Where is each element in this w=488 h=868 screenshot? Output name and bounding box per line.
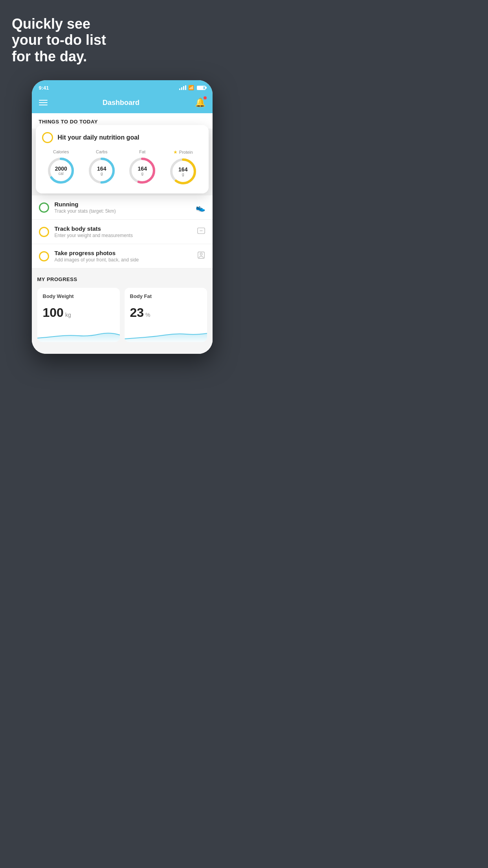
progress-section: MY PROGRESS Body Weight 100 kg [32, 268, 213, 342]
running-title: Running [55, 201, 190, 208]
running-subtitle: Track your stats (target: 5km) [55, 208, 190, 214]
fat-value: 164 g [138, 166, 147, 176]
status-time: 9:41 [39, 85, 49, 91]
things-header-text: THINGS TO DO TODAY [39, 119, 98, 125]
notification-dot [204, 96, 207, 99]
fat-metric: Fat 164 g [128, 149, 156, 185]
photos-check-circle [39, 251, 49, 261]
calories-ring: 2000 cal [47, 156, 75, 185]
running-check-circle [39, 202, 49, 213]
protein-metric: ★ Protein 164 g [169, 149, 197, 186]
page-headline: Quickly see your to-do list for the day. [8, 16, 236, 64]
person-icon [197, 251, 205, 261]
fat-ring: 164 g [128, 156, 156, 185]
photos-title: Take progress photos [55, 250, 191, 256]
running-text: Running Track your stats (target: 5km) [55, 201, 190, 214]
svg-point-11 [200, 253, 202, 256]
headline-line1: Quickly see [12, 16, 90, 32]
nutrition-card-title: Hit your daily nutrition goal [58, 134, 139, 141]
todo-item-body-stats[interactable]: Track body stats Enter your weight and m… [32, 220, 213, 244]
photos-text: Take progress photos Add images of your … [55, 250, 191, 263]
calories-label: Calories [53, 149, 69, 154]
shoe-icon: 👟 [196, 203, 205, 212]
body-fat-value: 23 % [130, 305, 202, 320]
body-weight-sparkline [37, 326, 120, 342]
nutrition-check-circle [42, 132, 53, 143]
headline-line2: your to-do list [12, 32, 106, 48]
nav-title: Dashboard [103, 99, 139, 107]
progress-cards: Body Weight 100 kg [37, 288, 207, 342]
todo-item-progress-photos[interactable]: Take progress photos Add images of your … [32, 244, 213, 268]
body-weight-card[interactable]: Body Weight 100 kg [37, 288, 120, 342]
signal-icon [179, 85, 186, 90]
carbs-label: Carbs [96, 149, 107, 154]
calories-value: 2000 cal [55, 166, 67, 176]
body-fat-card-title: Body Fat [130, 293, 202, 299]
battery-icon [197, 86, 205, 90]
body-stats-subtitle: Enter your weight and measurements [55, 233, 191, 238]
scale-icon [197, 226, 205, 237]
bell-button[interactable]: 🔔 [195, 97, 205, 108]
carbs-metric: Carbs 164 g [88, 149, 116, 185]
todo-item-running[interactable]: Running Track your stats (target: 5km) 👟 [32, 195, 213, 220]
progress-section-title: MY PROGRESS [37, 276, 207, 282]
photos-subtitle: Add images of your front, back, and side [55, 257, 191, 263]
body-fat-card[interactable]: Body Fat 23 % [125, 288, 207, 342]
status-bar: 9:41 📶 [32, 80, 213, 94]
protein-label: ★ Protein [173, 149, 193, 155]
headline-line3: for the day. [12, 48, 87, 64]
calories-metric: Calories 2000 cal [47, 149, 75, 185]
body-fat-sparkline [125, 326, 207, 342]
nutrition-card[interactable]: Hit your daily nutrition goal Calories [36, 125, 209, 193]
body-weight-value: 100 kg [43, 305, 114, 320]
body-stats-check-circle [39, 227, 49, 237]
status-icons: 📶 [179, 85, 205, 90]
nutrition-card-header: Hit your daily nutrition goal [42, 132, 202, 143]
protein-star-icon: ★ [173, 149, 178, 155]
carbs-value: 164 g [97, 166, 106, 176]
nav-bar: Dashboard 🔔 [32, 94, 213, 113]
page-background: Quickly see your to-do list for the day.… [0, 0, 244, 434]
protein-value: 164 g [178, 167, 187, 177]
content-area: THINGS TO DO TODAY Hit your daily nutrit… [32, 113, 213, 354]
body-fat-unit: % [145, 312, 150, 318]
todo-list: Running Track your stats (target: 5km) 👟… [32, 195, 213, 268]
phone-mockup: 9:41 📶 Dashboard 🔔 [32, 80, 213, 354]
carbs-ring: 164 g [88, 156, 116, 185]
body-weight-unit: kg [65, 312, 71, 318]
fat-label: Fat [139, 149, 145, 154]
body-weight-number: 100 [43, 305, 64, 320]
hamburger-menu[interactable] [39, 100, 48, 105]
protein-ring: 164 g [169, 157, 197, 186]
nutrition-metrics: Calories 2000 cal [42, 149, 202, 186]
body-stats-text: Track body stats Enter your weight and m… [55, 225, 191, 238]
wifi-icon: 📶 [188, 85, 194, 90]
body-stats-title: Track body stats [55, 225, 191, 232]
body-fat-number: 23 [130, 305, 144, 320]
body-weight-card-title: Body Weight [43, 293, 114, 299]
